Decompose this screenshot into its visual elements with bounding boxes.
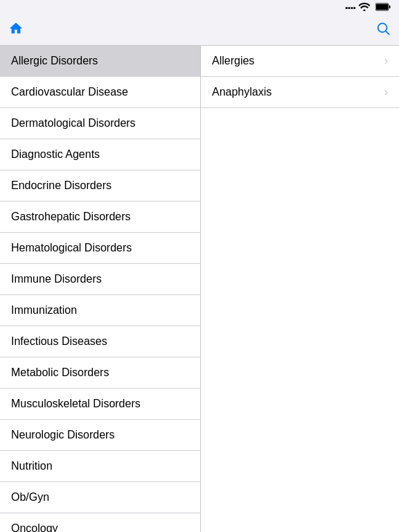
status-bar: ▪▪▪▪ xyxy=(0,0,399,15)
svg-rect-1 xyxy=(376,4,388,10)
right-item-label-anaphylaxis: Anaphylaxis xyxy=(212,86,272,98)
chevron-icon-allergies: › xyxy=(384,55,388,67)
left-item-neurologic[interactable]: Neurologic Disorders xyxy=(0,420,200,451)
left-item-label-immunization: Immunization xyxy=(11,304,77,317)
left-item-musculoskeletal[interactable]: Musculoskeletal Disorders xyxy=(0,389,200,420)
left-item-label-hematological: Hematological Disorders xyxy=(11,242,132,254)
right-item-anaphylaxis[interactable]: Anaphylaxis› xyxy=(201,77,399,108)
left-item-endocrine[interactable]: Endocrine Disorders xyxy=(0,170,200,202)
left-item-cardiovascular[interactable]: Cardiovascular Disease xyxy=(0,77,200,108)
left-item-allergic[interactable]: Allergic Disorders xyxy=(0,46,200,77)
left-item-label-oncology: Oncology xyxy=(11,522,58,532)
left-item-hematological[interactable]: Hematological Disorders xyxy=(0,233,200,264)
left-item-label-obgyn: Ob/Gyn xyxy=(11,491,49,504)
svg-rect-2 xyxy=(389,6,391,8)
left-item-label-infectious: Infectious Diseases xyxy=(11,335,107,348)
search-icon[interactable] xyxy=(375,21,391,39)
left-item-diagnostic[interactable]: Diagnostic Agents xyxy=(0,139,200,170)
left-item-label-cardiovascular: Cardiovascular Disease xyxy=(11,86,128,98)
left-item-nutrition[interactable]: Nutrition xyxy=(0,451,200,482)
left-item-oncology[interactable]: Oncology xyxy=(0,513,200,532)
left-item-label-metabolic: Metabolic Disorders xyxy=(11,366,109,379)
home-icon[interactable] xyxy=(8,21,24,39)
signal-icon: ▪▪▪▪ xyxy=(345,3,356,12)
left-item-immunization[interactable]: Immunization xyxy=(0,295,200,326)
nav-bar xyxy=(0,15,399,46)
right-panel: Allergies›Anaphylaxis› xyxy=(201,46,399,532)
left-item-label-dermatological: Dermatological Disorders xyxy=(11,117,136,130)
left-item-infectious[interactable]: Infectious Diseases xyxy=(0,326,200,357)
right-item-label-allergies: Allergies xyxy=(212,55,254,67)
left-item-label-immune: Immune Disorders xyxy=(11,273,102,285)
status-right: ▪▪▪▪ xyxy=(345,3,391,12)
left-panel: Allergic DisordersCardiovascular Disease… xyxy=(0,46,201,532)
left-item-label-gastrohepatic: Gastrohepatic Disorders xyxy=(11,211,131,223)
left-item-label-neurologic: Neurologic Disorders xyxy=(11,429,114,441)
battery-icon xyxy=(375,3,391,12)
left-item-label-allergic: Allergic Disorders xyxy=(11,55,98,67)
left-item-label-musculoskeletal: Musculoskeletal Disorders xyxy=(11,398,141,410)
right-item-allergies[interactable]: Allergies› xyxy=(201,46,399,77)
svg-line-4 xyxy=(386,31,389,35)
svg-point-3 xyxy=(378,24,387,33)
left-item-obgyn[interactable]: Ob/Gyn xyxy=(0,482,200,513)
split-view: Allergic DisordersCardiovascular Disease… xyxy=(0,46,399,532)
left-item-dermatological[interactable]: Dermatological Disorders xyxy=(0,108,200,139)
chevron-icon-anaphylaxis: › xyxy=(384,86,388,98)
left-item-label-nutrition: Nutrition xyxy=(11,460,53,472)
wifi-icon xyxy=(359,3,370,12)
left-item-label-diagnostic: Diagnostic Agents xyxy=(11,148,100,161)
left-item-gastrohepatic[interactable]: Gastrohepatic Disorders xyxy=(0,202,200,233)
left-item-immune[interactable]: Immune Disorders xyxy=(0,264,200,295)
left-item-metabolic[interactable]: Metabolic Disorders xyxy=(0,357,200,389)
left-item-label-endocrine: Endocrine Disorders xyxy=(11,179,112,192)
